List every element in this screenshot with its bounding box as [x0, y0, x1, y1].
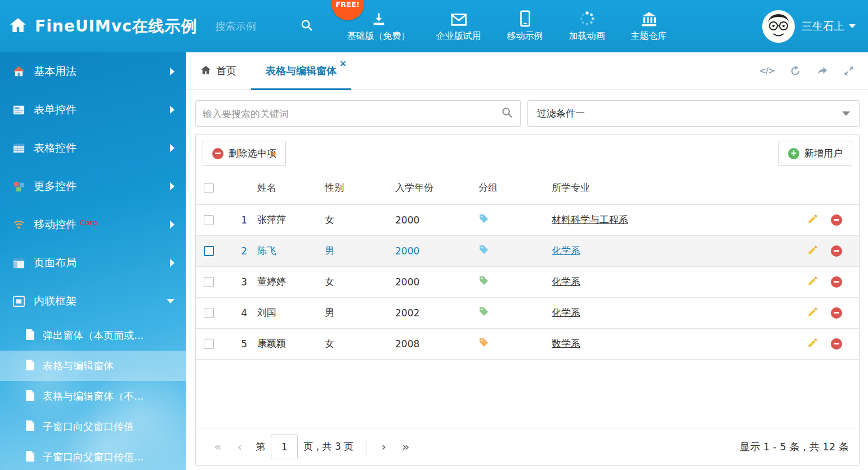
table-row[interactable]: 5 康颖颖 女 2008 数学系	[196, 328, 859, 359]
table-row[interactable]: 4 刘国 男 2002 化学系	[196, 297, 859, 328]
row-checkbox[interactable]	[204, 246, 214, 256]
major-link[interactable]: 化学系	[552, 245, 580, 256]
home-icon[interactable]	[9, 16, 27, 37]
row-checkbox[interactable]	[204, 277, 214, 287]
grid-toolbar: 删除选中项 + 新增用户	[196, 135, 859, 172]
add-user-button[interactable]: + 新增用户	[778, 141, 852, 166]
sidebar-subitem-child-to-parent-2[interactable]: 子窗口向父窗口传值...	[0, 442, 186, 470]
tag-icon[interactable]	[478, 213, 489, 224]
signal-icon	[11, 218, 26, 231]
chevron-down-icon	[842, 111, 850, 116]
sidebar-item-inline-frame[interactable]: 内联框架	[0, 282, 186, 320]
table-row[interactable]: 3 董婷婷 女 2000 化学系	[196, 266, 859, 297]
col-header-major[interactable]: 所学专业	[549, 172, 787, 204]
nav-item-loading-anim[interactable]: 加载动画	[569, 10, 605, 42]
table-row[interactable]: 1 张萍萍 女 2000 材料科学与工程系	[196, 204, 859, 235]
cell-name: 张萍萍	[255, 204, 323, 235]
sidebar-item-table-controls[interactable]: 表格控件	[0, 129, 186, 167]
delete-row-icon[interactable]	[831, 338, 842, 350]
edit-pencil-icon[interactable]	[807, 244, 818, 258]
major-link[interactable]: 材料科学与工程系	[552, 214, 628, 225]
nav-item-enterprise-trial[interactable]: 企业版试用	[436, 10, 481, 42]
edit-pencil-icon[interactable]	[807, 306, 818, 320]
delete-row-icon[interactable]	[831, 276, 842, 288]
share-arrow-icon[interactable]	[816, 65, 829, 77]
sidebar-item-label: 移动控件	[34, 217, 77, 232]
table-row[interactable]: 2 陈飞 男 2000 化学系	[196, 235, 859, 266]
major-link[interactable]: 数学系	[552, 338, 580, 349]
row-checkbox[interactable]	[204, 215, 214, 225]
user-name[interactable]: 三生石上	[802, 19, 856, 34]
close-icon[interactable]: ×	[339, 58, 347, 69]
col-header-group[interactable]: 分组	[476, 172, 549, 204]
edit-pencil-icon[interactable]	[807, 337, 818, 351]
prev-page-button[interactable]: ‹	[229, 440, 250, 454]
row-checkbox[interactable]	[204, 339, 214, 349]
search-icon[interactable]	[501, 106, 513, 121]
grid-panel: 删除选中项 + 新增用户 姓名 性别	[195, 135, 860, 465]
major-link[interactable]: 化学系	[552, 276, 580, 287]
next-page-button[interactable]: ›	[373, 440, 394, 454]
delete-row-icon[interactable]	[831, 245, 842, 257]
sidebar-subitem-child-to-parent[interactable]: 子窗口向父窗口传值	[0, 411, 186, 442]
filter-dropdown[interactable]: 过滤条件一	[527, 100, 860, 127]
sidebar-item-mobile-controls[interactable]: 移动控件 Corp.	[0, 205, 186, 244]
col-header-name[interactable]: 姓名	[255, 172, 323, 204]
edit-pencil-icon[interactable]	[807, 213, 818, 227]
col-header-year[interactable]: 入学年份	[393, 172, 476, 204]
expand-icon[interactable]	[843, 65, 854, 77]
tag-icon[interactable]	[478, 244, 489, 255]
delete-row-icon[interactable]	[831, 214, 842, 226]
sidebar-item-basic-usage[interactable]: 基本用法	[0, 52, 186, 91]
download-icon	[371, 10, 387, 27]
sidebar-subitem-popup-window[interactable]: 弹出窗体（本页面或...	[0, 320, 186, 351]
tag-icon[interactable]	[478, 306, 489, 317]
nav-label: 基础版（免费）	[347, 30, 410, 42]
tag-icon[interactable]	[478, 337, 489, 348]
sidebar-subitem-grid-edit-window-2[interactable]: 表格与编辑窗体（不...	[0, 381, 186, 411]
tab-tools: </>	[759, 52, 868, 89]
delete-selected-button[interactable]: 删除选中项	[203, 141, 286, 166]
cell-year: 2002	[393, 297, 476, 328]
first-page-button[interactable]: «	[206, 440, 229, 454]
sidebar-item-form-controls[interactable]: 表单控件	[0, 91, 186, 129]
sidebar-subitem-grid-edit-window[interactable]: 表格与编辑窗体	[0, 351, 186, 381]
edit-pencil-icon[interactable]	[807, 275, 818, 289]
sidebar-item-label: 表格控件	[34, 141, 77, 155]
refresh-icon[interactable]	[789, 65, 802, 77]
file-icon	[25, 329, 35, 343]
major-link[interactable]: 化学系	[552, 307, 580, 318]
row-checkbox[interactable]	[204, 308, 214, 318]
source-code-icon[interactable]: </>	[759, 66, 775, 76]
header-search-input[interactable]	[216, 20, 300, 32]
tab-grid-edit-window[interactable]: 表格与编辑窗体 ×	[251, 52, 351, 89]
keyword-search[interactable]	[195, 100, 521, 127]
last-page-button[interactable]: »	[394, 440, 417, 454]
frame-icon	[11, 295, 26, 308]
delete-row-icon[interactable]	[831, 307, 842, 319]
tag-icon[interactable]	[478, 275, 489, 286]
cell-name: 康颖颖	[255, 328, 323, 359]
form-icon	[11, 104, 26, 117]
search-icon[interactable]	[300, 19, 314, 34]
add-user-label: 新增用户	[804, 147, 843, 160]
user-name-label: 三生石上	[802, 19, 844, 34]
user-avatar[interactable]	[762, 10, 795, 43]
user-menu[interactable]: 三生石上	[762, 10, 856, 43]
file-icon	[25, 359, 35, 373]
select-all-checkbox[interactable]	[204, 183, 214, 193]
sidebar-item-more-controls[interactable]: 更多控件	[0, 167, 186, 205]
page-content: 过滤条件一 删除选中项 + 新增用户	[186, 90, 868, 470]
nav-item-mobile-demo[interactable]: 移动示例	[507, 10, 543, 42]
col-header-gender[interactable]: 性别	[323, 172, 393, 204]
header-search[interactable]	[216, 19, 314, 34]
header-nav: FREE! 基础版（免费） 企业版试用 移动示例	[347, 10, 667, 42]
chevron-down-icon	[849, 24, 856, 28]
tab-home[interactable]: 首页	[186, 52, 251, 89]
keyword-search-input[interactable]	[203, 108, 501, 119]
page-number-input[interactable]	[271, 435, 298, 459]
sidebar-item-page-layout[interactable]: 页面布局	[0, 244, 186, 282]
nav-item-theme-store[interactable]: 主题仓库	[631, 10, 667, 42]
file-icon	[25, 390, 35, 404]
sidebar-subitem-label: 表格与编辑窗体	[43, 359, 114, 373]
